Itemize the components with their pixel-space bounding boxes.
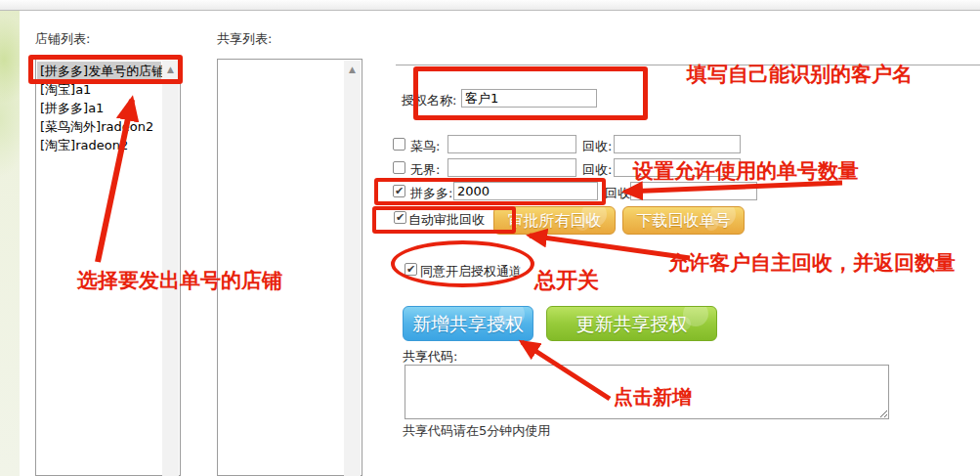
download-recycle-button[interactable]: 下载回收单号 xyxy=(622,206,745,235)
annotation-select-shop: 选择要发出单号的店铺 xyxy=(77,267,282,294)
approve-all-button[interactable]: 审批所有回收 xyxy=(493,206,616,235)
auto-approve-label: 自动审批回收 xyxy=(408,211,485,229)
background-decoration xyxy=(0,11,20,476)
cainiao-checkbox[interactable] xyxy=(393,138,405,151)
list-item[interactable]: [淘宝]a1 xyxy=(37,80,161,99)
cainiao-recycle-input[interactable] xyxy=(614,135,741,153)
shop-list-label: 店铺列表: xyxy=(35,30,90,48)
annotation-allow-recycle: 允许客户自主回收，并返回数量 xyxy=(668,249,956,277)
pinduoduo-label: 拼多多: xyxy=(410,185,452,202)
pinduoduo-quantity-input[interactable] xyxy=(453,182,598,200)
agree-channel-label: 同意开启授权通道 xyxy=(420,263,522,281)
cainiao-recycle-label: 回收: xyxy=(582,138,612,155)
cainiao-quantity-input[interactable] xyxy=(447,135,576,153)
shop-list-items: [拼多多]发单号的店铺 [淘宝]a1 [拼多多]a1 [菜鸟淘外]radeon2… xyxy=(37,62,161,154)
agree-channel-checkbox[interactable]: ✔ xyxy=(405,263,417,276)
list-item[interactable]: [菜鸟淘外]radeon2 xyxy=(37,117,161,136)
scrollbar[interactable]: ▲ xyxy=(344,61,361,476)
share-code-label: 共享代码: xyxy=(403,348,457,366)
scroll-up-icon[interactable]: ▲ xyxy=(344,61,361,78)
wujie-checkbox[interactable] xyxy=(393,161,405,174)
annotation-fill-name: 填写自己能识别的客户名 xyxy=(687,61,913,88)
pinduoduo-checkbox[interactable]: ✔ xyxy=(393,185,405,197)
share-list-label: 共享列表: xyxy=(217,30,272,48)
annotation-master-switch: 总开关 xyxy=(534,266,599,295)
scroll-up-icon[interactable]: ▲ xyxy=(162,61,179,78)
wujie-recycle-label: 回收: xyxy=(582,161,612,179)
cainiao-label: 菜鸟: xyxy=(410,138,440,155)
wujie-quantity-input[interactable] xyxy=(447,158,576,177)
top-bar xyxy=(0,0,980,11)
annotation-click-add: 点击新增 xyxy=(614,384,692,411)
auto-approve-checkbox[interactable]: ✔ xyxy=(394,211,406,224)
annotation-set-quantity: 设置允许使用的单号数量 xyxy=(633,157,859,185)
update-share-auth-button[interactable]: 更新共享授权 xyxy=(546,306,717,341)
wujie-label: 无界: xyxy=(410,161,440,179)
auth-name-input[interactable] xyxy=(461,89,597,108)
arrow-allow-recycle xyxy=(530,236,690,258)
add-share-auth-button[interactable]: 新增共享授权 xyxy=(403,306,533,341)
page: 店铺列表: [拼多多]发单号的店铺 [淘宝]a1 [拼多多]a1 [菜鸟淘外]r… xyxy=(0,0,980,476)
share-code-note: 共享代码请在5分钟内使用 xyxy=(403,422,550,440)
list-item[interactable]: [拼多多]发单号的店铺 xyxy=(37,62,161,80)
auth-name-label: 授权名称: xyxy=(402,92,456,109)
list-item[interactable]: [拼多多]a1 xyxy=(37,99,161,117)
list-item[interactable]: [淘宝]radeon2 xyxy=(37,136,161,154)
